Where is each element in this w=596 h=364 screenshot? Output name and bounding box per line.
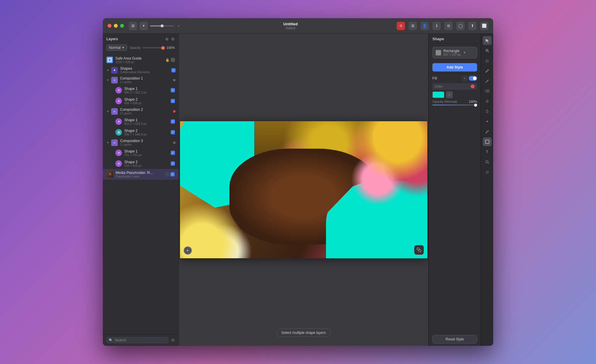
- tb-btn-8[interactable]: ⬜: [480, 22, 488, 30]
- comp2-shape1-icon: ✦: [115, 118, 122, 125]
- traffic-lights: [108, 24, 124, 28]
- tb-btn-5[interactable]: ⧉: [444, 22, 453, 30]
- tool-zoom[interactable]: [483, 46, 492, 55]
- tb-btn-3[interactable]: 👤: [420, 22, 429, 30]
- opacity-row: Opacity 100%: [130, 46, 175, 49]
- tool-frame[interactable]: [483, 137, 492, 146]
- right-toolbar: ⊡ ⌫ ✦: [481, 34, 493, 346]
- safe-area-visibility[interactable]: [171, 58, 175, 62]
- comp1-shape2-text: Shape 2 698 × 698 px: [124, 97, 171, 105]
- comp1-shape2-check[interactable]: ✓: [171, 99, 175, 103]
- layer-safe-area[interactable]: Safe Area Guide 1200 × 628 px 🔒: [103, 55, 179, 65]
- fill-toggle-switch[interactable]: [469, 76, 477, 81]
- panel-footer-settings-icon[interactable]: ⚙: [171, 338, 175, 343]
- shape-chevron-icon: ▼: [463, 51, 466, 54]
- sidebar-toggle[interactable]: ⊞: [129, 22, 137, 30]
- comp3-name: Composition 3: [120, 139, 173, 143]
- comp2-dot: [173, 110, 176, 113]
- tb-btn-2[interactable]: ⊞: [409, 22, 417, 30]
- comp1-dot: [173, 79, 176, 81]
- tb-btn-6[interactable]: ◯: [456, 22, 465, 30]
- media-placeholder[interactable]: 🖼 Media Placeholder: R... Placeholder La…: [103, 169, 179, 180]
- comp1-shape1[interactable]: ✳ Shape 1 580.1 × 582.3 px ✓: [103, 85, 179, 96]
- tool-brush[interactable]: [483, 127, 492, 136]
- props-panel: Shape Rectangle 257 × 257 px ▼ Add Style…: [429, 34, 481, 346]
- tool-pen[interactable]: [483, 66, 492, 75]
- color-badge[interactable]: [471, 84, 475, 88]
- opacity-slider[interactable]: [142, 47, 165, 48]
- add-layer-icon[interactable]: ⊕: [165, 37, 169, 41]
- canvas-add-button[interactable]: +: [184, 246, 192, 255]
- shape-size: 257 × 257 px: [443, 53, 461, 56]
- add-style-button[interactable]: Add Style: [432, 63, 477, 71]
- comp3-shape1[interactable]: ✳ Shape 1 751 × 751 px ✓: [103, 147, 179, 158]
- tb-btn-4[interactable]: ℹ: [432, 22, 441, 30]
- tool-select-rect[interactable]: ⊡: [483, 56, 492, 65]
- tool-sun[interactable]: [483, 97, 492, 106]
- shapes-check[interactable]: ✓: [171, 68, 176, 72]
- comp3-dot: [173, 141, 176, 144]
- shape-info: Rectangle 257 × 257 px: [443, 49, 461, 56]
- shapes-expand-icon[interactable]: ▼: [106, 68, 110, 72]
- settings-icon[interactable]: ⚙: [171, 37, 175, 41]
- tool-pencil[interactable]: [483, 77, 492, 85]
- reset-style-button[interactable]: Reset Style: [432, 335, 477, 343]
- comp3-shape2-name: Shape 2: [124, 160, 171, 164]
- minimize-button[interactable]: [114, 24, 118, 28]
- comp2-shape1-text: Shape 1 602.3 × 603.6 px: [124, 118, 171, 125]
- shapes-group[interactable]: ▼ ✦ Shapes 3 Alternative Elements ✓: [103, 65, 179, 75]
- comp3-expand-icon[interactable]: ▼: [106, 141, 110, 145]
- tool-cursor[interactable]: [483, 36, 492, 45]
- comp2-sublabel: 2 Layers: [120, 112, 173, 115]
- opacity-prop-slider[interactable]: [432, 105, 477, 105]
- comp2-shape1-check[interactable]: ✓: [171, 119, 175, 124]
- comp2-shape1[interactable]: ✦ Shape 1 602.3 × 603.6 px ✓: [103, 116, 179, 127]
- composition-2[interactable]: ▼ ◈ Composition 2 2 Layers: [103, 106, 179, 116]
- tool-drop[interactable]: [483, 107, 492, 116]
- shapes-group-text: Shapes 3 Alternative Elements: [120, 66, 171, 74]
- media-placeholder-sublabel: Placeholder Layer: [116, 175, 165, 178]
- comp1-shape2-size: 698 × 698 px: [124, 102, 171, 105]
- comp3-sublabel: 2 Layers: [120, 143, 173, 146]
- shapes-group-name: Shapes: [120, 66, 171, 71]
- color-swatch[interactable]: [432, 91, 444, 98]
- shapes-group-actions: ✓: [171, 68, 176, 72]
- composition-1[interactable]: ▼ ◈ Composition 1 2 Layers: [103, 75, 179, 85]
- comp2-shape2[interactable]: ✿ Shape 2 596.7 × 648.8 px ✓: [103, 127, 179, 138]
- props-footer: Reset Style: [429, 332, 481, 346]
- tool-wand[interactable]: ✦: [483, 117, 492, 126]
- media-plus-icon[interactable]: +: [165, 172, 169, 176]
- maximize-button[interactable]: [120, 24, 124, 28]
- shape-selector[interactable]: Rectangle 257 × 257 px ▼: [432, 47, 477, 58]
- search-placeholder: Search: [115, 338, 126, 342]
- search-box[interactable]: 🔍 Search: [106, 337, 169, 343]
- comp1-expand-icon[interactable]: ▼: [106, 78, 110, 82]
- comp3-shape2-check[interactable]: ✓: [171, 161, 175, 166]
- blend-mode-select[interactable]: Normal ▼: [106, 44, 127, 51]
- tool-search-zoom[interactable]: [483, 158, 492, 167]
- comp3-shape2[interactable]: ✳ Shape 2 618 × 616 px ✓: [103, 158, 179, 169]
- tb-btn-1[interactable]: ⚙: [397, 22, 405, 30]
- comp3-shape1-check[interactable]: ✓: [171, 151, 175, 155]
- color-hex-button[interactable]: #: [446, 91, 453, 98]
- tool-text[interactable]: T: [483, 147, 492, 156]
- composition-3[interactable]: ▼ ◈ Composition 3 2 Layers: [103, 138, 179, 147]
- comp2-shape2-check[interactable]: ✓: [171, 130, 175, 134]
- canvas-corner-icon: [414, 245, 424, 255]
- media-check[interactable]: ✓: [170, 172, 175, 176]
- tb-btn-7[interactable]: ⬆: [468, 22, 477, 30]
- fill-copy-icon[interactable]: ⧉: [462, 76, 467, 81]
- svg-line-16: [488, 163, 489, 164]
- close-button[interactable]: [108, 24, 111, 28]
- media-placeholder-name: Media Placeholder: R...: [116, 171, 165, 175]
- tool-eraser[interactable]: ⌫: [483, 87, 492, 96]
- comp1-shape2[interactable]: ✳ Shape 2 698 × 698 px ✓: [103, 96, 179, 106]
- tool-crop[interactable]: ⊡: [483, 168, 492, 177]
- title-bar: ⊞ ▼ + Untitled Edited ⚙ ⊞ 👤 ℹ ⧉ ◯ ⬆ ⬜: [103, 18, 493, 34]
- comp2-expand-icon[interactable]: ▼: [106, 109, 110, 113]
- comp1-shape1-check[interactable]: ✓: [171, 88, 175, 92]
- canvas-area[interactable]: + Select multiple shape layers: [179, 34, 428, 346]
- shape-name: Rectangle: [443, 49, 461, 53]
- comp1-shape2-icon: ✳: [115, 98, 122, 104]
- layout-btn[interactable]: ▼: [139, 22, 148, 30]
